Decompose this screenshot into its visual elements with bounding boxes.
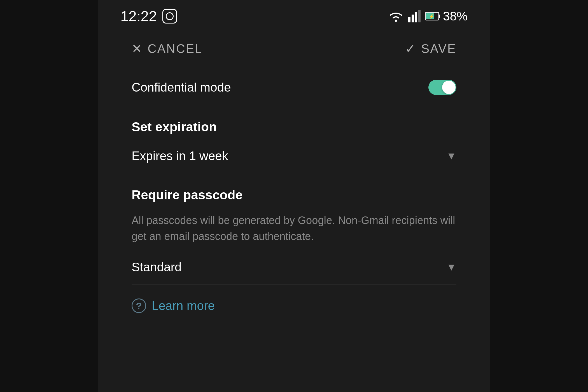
toggle-knob — [442, 81, 456, 94]
svg-rect-6 — [439, 15, 440, 18]
svg-rect-2 — [412, 15, 414, 22]
passcode-dropdown-value: Standard — [132, 260, 182, 274]
set-expiration-section: Set expiration Expires in 1 week ▼ — [132, 105, 456, 173]
status-bar-right: ⚡ 38% — [388, 9, 468, 23]
require-passcode-title: Require passcode — [132, 187, 456, 202]
wifi-icon — [388, 10, 404, 22]
svg-text:⚡: ⚡ — [429, 14, 435, 19]
signal-icon — [408, 10, 421, 22]
help-circle-icon: ? — [132, 298, 146, 313]
confidential-mode-row: Confidential mode — [132, 70, 456, 105]
cancel-icon: ✕ — [132, 41, 142, 56]
passcode-description: All passcodes will be generated by Googl… — [132, 213, 456, 244]
require-passcode-section: Require passcode All passcodes will be g… — [132, 173, 456, 284]
expiration-dropdown-value: Expires in 1 week — [132, 149, 228, 163]
save-label: SAVE — [421, 42, 456, 56]
instagram-icon — [162, 9, 177, 24]
save-icon: ✓ — [405, 41, 416, 56]
save-button[interactable]: ✓ SAVE — [405, 41, 456, 56]
svg-rect-4 — [418, 10, 421, 22]
svg-point-0 — [395, 20, 397, 22]
expiration-dropdown[interactable]: Expires in 1 week ▼ — [132, 144, 456, 173]
passcode-chevron-down-icon: ▼ — [446, 261, 456, 273]
svg-rect-1 — [408, 17, 410, 22]
main-content: ✕ CANCEL ✓ SAVE Confidential mode Set ex… — [98, 30, 490, 392]
set-expiration-title: Set expiration — [132, 119, 456, 134]
expiration-chevron-down-icon: ▼ — [446, 150, 456, 162]
battery-percentage: 38% — [443, 9, 468, 23]
svg-rect-3 — [415, 12, 417, 22]
learn-more-label: Learn more — [152, 299, 215, 313]
confidential-mode-toggle[interactable] — [428, 80, 456, 95]
cancel-button[interactable]: ✕ CANCEL — [132, 41, 203, 56]
passcode-dropdown[interactable]: Standard ▼ — [132, 256, 456, 284]
confidential-mode-label: Confidential mode — [132, 80, 231, 94]
status-time: 12:22 — [120, 8, 157, 25]
action-bar: ✕ CANCEL ✓ SAVE — [132, 30, 456, 70]
battery-container: ⚡ 38% — [425, 9, 468, 23]
cancel-label: CANCEL — [148, 42, 203, 56]
status-bar: 12:22 — [98, 0, 490, 30]
status-bar-left: 12:22 — [120, 8, 177, 25]
learn-more-row[interactable]: ? Learn more — [132, 284, 456, 327]
battery-charging-icon: ⚡ — [425, 12, 441, 20]
